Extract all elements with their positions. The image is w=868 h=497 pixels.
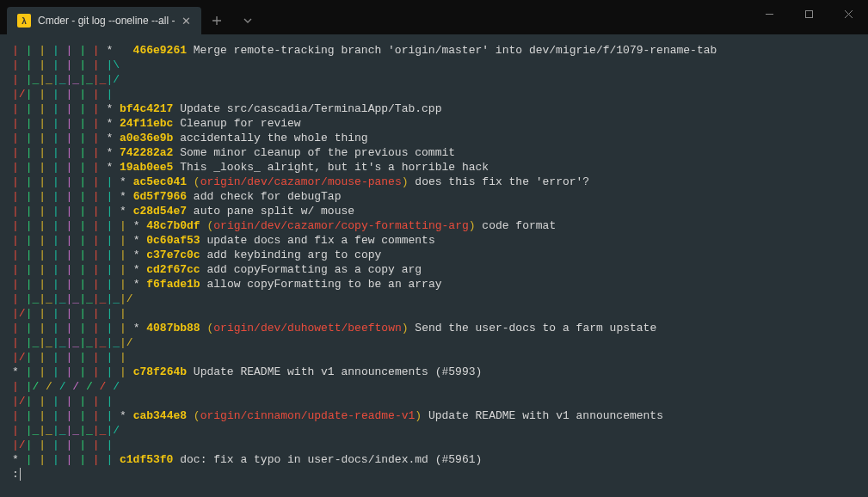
- log-line: | | | | | | | | | * 48c7b0df (origin/dev…: [12, 218, 856, 233]
- log-line: | | | | | | | | * ac5ec041 (origin/dev/c…: [12, 175, 856, 189]
- log-line: | | | | | | | | * cab344e8 (origin/cinna…: [12, 408, 856, 423]
- log-line: | | | | | | | | | * 4087bb88 (origin/dev…: [12, 321, 856, 335]
- minimize-button[interactable]: [749, 0, 789, 28]
- maximize-button[interactable]: [789, 0, 828, 28]
- close-window-button[interactable]: [828, 0, 868, 28]
- svg-rect-0: [805, 10, 812, 17]
- log-line: | | | | | | | * 466e9261 Merge remote-tr…: [12, 43, 856, 58]
- log-line: | | | | | | | * 24f11ebc Cleanup for rev…: [12, 116, 856, 131]
- log-line: | |_|_|_|_|_|_|/: [12, 423, 856, 438]
- log-line: | | | | | | | | | * 0c60af53 update docs…: [12, 233, 856, 248]
- log-line: |/| | | | | | |: [12, 87, 856, 101]
- log-line: * | | | | | | | | c78f264b Update README…: [12, 365, 856, 379]
- terminal-output[interactable]: | | | | | | | * 466e9261 Merge remote-tr…: [0, 34, 868, 497]
- close-tab-icon[interactable]: ✕: [182, 15, 191, 28]
- new-tab-button[interactable]: [201, 7, 232, 34]
- log-line: | | | | | | | | * 6d5f7966 add check for…: [12, 189, 856, 204]
- log-line: * | | | | | | | c1df53f0 doc: fix a typo…: [12, 452, 856, 467]
- tab-dropdown-button[interactable]: [232, 7, 263, 34]
- log-line: | | | | | | | | | * c37e7c0c add keybind…: [12, 248, 856, 262]
- log-line: |/| | | | | | | |: [12, 306, 856, 321]
- log-line: | | | | | | | * bf4c4217 Update src/casc…: [12, 101, 856, 116]
- log-line: | | | | | | | * 19ab0ee5 This _looks_ al…: [12, 160, 856, 175]
- lambda-icon: λ: [17, 14, 31, 28]
- titlebar: λ Cmder - git log --oneline --all - ✕: [0, 0, 868, 34]
- tab-title: Cmder - git log --oneline --all -: [38, 15, 175, 27]
- log-line: | | | | | | | * a0e36e9b accidentally th…: [12, 131, 856, 145]
- tab-strip: λ Cmder - git log --oneline --all - ✕: [0, 0, 263, 34]
- log-line: |/| | | | | | |: [12, 394, 856, 408]
- window-controls: [749, 0, 868, 34]
- log-line: | | | | | | | |\: [12, 58, 856, 72]
- log-line: | | | | | | | | | * cd2f67cc add copyFor…: [12, 262, 856, 277]
- pager-prompt[interactable]: :: [12, 467, 856, 482]
- log-line: |/| | | | | | |: [12, 438, 856, 452]
- log-line: | |_|_|_|_|_|_|/: [12, 72, 856, 87]
- terminal-tab[interactable]: λ Cmder - git log --oneline --all - ✕: [7, 7, 201, 34]
- log-line: | | | | | | | | * c28d54e7 auto pane spl…: [12, 204, 856, 218]
- log-line: | | | | | | | | | * f6fade1b allow copyF…: [12, 277, 856, 291]
- log-line: | |/ / / / / / /: [12, 379, 856, 394]
- log-line: | |_|_|_|_|_|_|_|/: [12, 291, 856, 306]
- log-line: | |_|_|_|_|_|_|_|/: [12, 335, 856, 350]
- log-line: |/| | | | | | | |: [12, 350, 856, 365]
- log-line: | | | | | | | * 742282a2 Some minor clea…: [12, 145, 856, 160]
